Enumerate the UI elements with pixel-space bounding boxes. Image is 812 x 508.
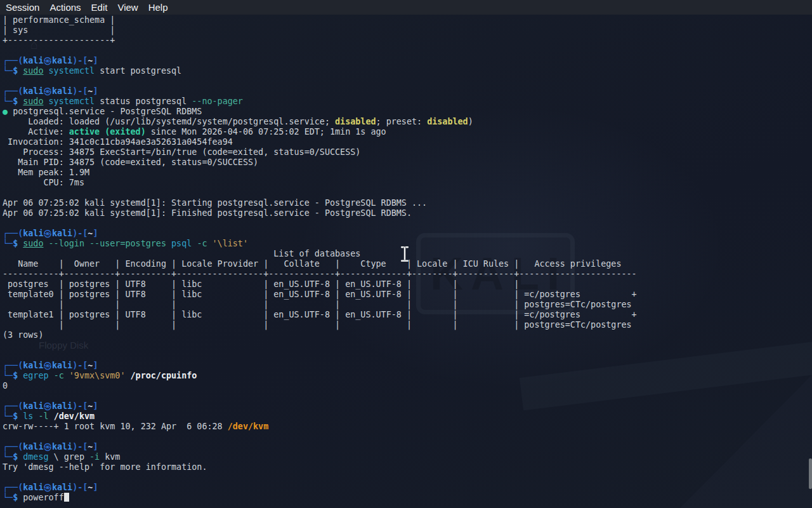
terminal-text-segment: ]: [93, 442, 98, 451]
terminal-line: [3, 472, 637, 483]
terminal-text-segment: kali: [23, 229, 43, 238]
terminal-text-segment: dmesg: [23, 452, 48, 462]
terminal-text-segment: $: [13, 493, 18, 502]
terminal-text-segment: ls: [23, 411, 33, 421]
terminal-line: Try 'dmesg --help' for more information.: [3, 462, 637, 472]
terminal-text-segment: $: [13, 411, 18, 421]
terminal-line: Apr 06 07:25:02 kali systemd[1]: Finishe…: [3, 208, 637, 218]
terminal-text-segment: ㉿: [44, 361, 52, 370]
terminal-text-segment: postgres | postgres | UTF8 | libc | en_U…: [3, 279, 519, 289]
terminal-text-segment: [44, 66, 49, 76]
scrollbar-thumb[interactable]: [809, 458, 812, 489]
terminal-text-segment: )-[: [72, 361, 88, 370]
terminal-text-segment: [166, 239, 171, 248]
terminal-text-segment: Try 'dmesg --help' for more information.: [3, 462, 207, 472]
terminal-text-segment: [44, 239, 49, 248]
menu-bar: Session Actions Edit View Help: [0, 0, 812, 15]
terminal-text-segment: ]: [93, 229, 98, 238]
terminal-text-segment: since Mon 2026-04-06 07:25:02 EDT; 1min …: [146, 127, 386, 137]
terminal-text-segment: CPU: 7ms: [3, 178, 84, 187]
terminal-text-segment: disabled: [427, 117, 468, 126]
terminal-line: [3, 46, 637, 56]
terminal-text-segment: kali: [52, 56, 72, 65]
terminal-line: └─$ egrep -c '9vmx\svm0' /proc/cpuinfo: [3, 371, 637, 381]
terminal-text-segment: psql: [171, 239, 192, 248]
terminal-text-segment: ㉿: [44, 229, 52, 238]
menu-session[interactable]: Session: [1, 2, 44, 13]
terminal-text-segment: disabled: [335, 117, 376, 126]
terminal-text-segment: --login --user=postgres: [49, 239, 166, 248]
terminal-text-segment: ]: [93, 56, 98, 65]
terminal-text-segment: '\list': [213, 239, 248, 248]
terminal-line: | sys |: [3, 25, 637, 36]
terminal-text-segment: )-[: [72, 229, 88, 238]
terminal-text-segment: └─: [3, 66, 13, 76]
terminal-text-segment: kali: [23, 56, 43, 65]
terminal-text-segment: [64, 371, 69, 380]
terminal-text-segment: └─: [3, 493, 13, 502]
terminal-text-segment: kali: [23, 401, 43, 411]
terminal-text-segment: ): [468, 117, 473, 126]
terminal-text-segment: | performance_schema |: [3, 15, 115, 25]
terminal-text-segment: └─: [3, 97, 13, 106]
terminal-cursor: [64, 493, 69, 502]
terminal-text-segment: [49, 371, 54, 380]
terminal-text-segment: postgresql.service - PostgreSQL RDBMS: [13, 107, 202, 116]
terminal-line: crw-rw----+ 1 root kvm 10, 232 Apr 6 06:…: [3, 422, 637, 432]
menu-actions[interactable]: Actions: [44, 2, 86, 13]
terminal-line: ┌──(kali㉿kali)-[~]: [3, 86, 637, 97]
terminal-line: Process: 34875 ExecStart=/bin/true (code…: [3, 147, 637, 157]
terminal-text-segment: kali: [23, 483, 43, 492]
terminal-text-segment: ┌──(: [3, 483, 23, 492]
terminal-text-segment: Active:: [3, 127, 69, 137]
terminal-text-segment: └─: [3, 411, 13, 421]
terminal-line: [3, 391, 637, 401]
terminal-text-segment: ]: [93, 483, 98, 492]
terminal-line: List of databases: [3, 249, 637, 259]
terminal-text-segment: start postgresql: [95, 66, 181, 76]
terminal-line: ┌──(kali㉿kali)-[~]: [3, 56, 637, 66]
terminal-screen[interactable]: KALI ⌂ Floppy Disk | performance_schema …: [0, 15, 812, 508]
terminal-text-segment: Invocation: 341c0c11cba94ae3a52631a0454f…: [3, 137, 233, 147]
terminal-text-segment: )-[: [72, 442, 88, 451]
terminal-text-segment: sudo: [23, 97, 43, 106]
terminal-text-segment: [126, 371, 131, 380]
terminal-text-segment: kali: [52, 229, 72, 238]
terminal-line: [3, 351, 637, 361]
terminal-text-segment: ┌──(: [3, 56, 23, 65]
terminal-line: └─$ sudo systemctl start postgresql: [3, 66, 637, 76]
terminal-line: Loaded: loaded (/usr/lib/systemd/system/…: [3, 117, 637, 127]
terminal-line: CPU: 7ms: [3, 178, 637, 188]
terminal-text-segment: $: [13, 452, 18, 462]
terminal-line: Apr 06 07:25:02 kali systemd[1]: Startin…: [3, 198, 637, 208]
terminal-text-segment: └─: [3, 239, 13, 248]
terminal-line: [3, 188, 637, 198]
terminal-text-segment: kvm: [100, 452, 120, 462]
terminal-text-segment: template1 | postgres | UTF8 | libc | en_…: [3, 310, 637, 319]
menu-view[interactable]: View: [112, 2, 143, 13]
terminal-text-segment: -l: [38, 411, 48, 421]
terminal-text-segment: $: [13, 66, 18, 76]
terminal-text-segment: sudo: [23, 66, 43, 76]
terminal-line: └─$ ls -l /dev/kvm: [3, 411, 637, 422]
terminal-line: 0: [3, 381, 637, 391]
terminal-text-segment: crw-rw----+ 1 root kvm 10, 232 Apr 6 06:…: [3, 422, 228, 431]
terminal-line: ● postgresql.service - PostgreSQL RDBMS: [3, 107, 637, 117]
terminal-text-segment: sudo: [23, 239, 43, 248]
menu-help[interactable]: Help: [143, 2, 173, 13]
terminal-line: ┌──(kali㉿kali)-[~]: [3, 229, 637, 239]
terminal-text-segment: -c: [197, 239, 207, 248]
terminal-body: | performance_schema || sys |+----------…: [3, 15, 637, 503]
menu-edit[interactable]: Edit: [86, 2, 113, 13]
terminal-text-segment: ㉿: [44, 442, 52, 451]
terminal-line: ┌──(kali㉿kali)-[~]: [3, 442, 637, 452]
terminal-text-segment: systemctl: [49, 97, 95, 106]
terminal-line: ┌──(kali㉿kali)-[~]: [3, 401, 637, 411]
terminal-text-segment: $: [13, 239, 18, 248]
text-ibeam-pointer: [398, 245, 411, 263]
terminal-line: Main PID: 34875 (code=exited, status=0/S…: [3, 157, 637, 168]
terminal-text-segment: -----------+----------+----------+------…: [3, 269, 637, 279]
terminal-line: ┌──(kali㉿kali)-[~]: [3, 361, 637, 371]
terminal-text-segment: /dev/kvm: [54, 411, 95, 421]
terminal-text-segment: ●: [3, 107, 13, 116]
